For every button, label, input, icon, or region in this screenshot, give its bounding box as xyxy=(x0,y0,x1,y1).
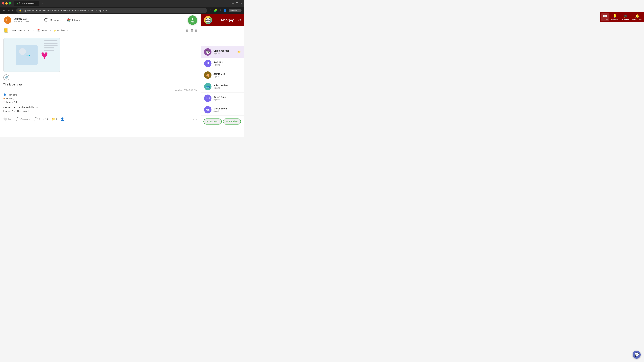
sidebar-student-john[interactable]: 🐟 John Louises 6 posts xyxy=(201,81,244,92)
list-view-icon[interactable]: ☰ xyxy=(191,29,193,32)
comment-count-button[interactable]: 💬 3 xyxy=(34,117,40,121)
class-name-label: Class Journal xyxy=(10,29,26,32)
comment-1-text: I've checked this out! xyxy=(17,106,38,109)
library-icon: 📚 xyxy=(66,18,71,22)
add-families-icon: ⊕ xyxy=(226,120,228,123)
tab-favicon: S xyxy=(16,2,18,5)
class-dropdown-icon: ▼ xyxy=(28,29,30,32)
reply-count-button[interactable]: ↩ 4 xyxy=(43,117,48,121)
class-avatar-emoji: 🐼 xyxy=(206,50,210,54)
comment-1-author: Lauren Deli xyxy=(3,106,17,109)
user-details: Lauren Deli Teacher - 1 Class xyxy=(14,17,29,23)
post-area: → ♥ 🔗 This is our class! March 4, 2024 5… xyxy=(0,35,200,124)
folder-icon: 📁 xyxy=(54,29,56,32)
folder-count-button[interactable]: 📁 2 xyxy=(51,117,57,121)
karen-posts: 5 posts xyxy=(214,98,241,101)
content-area: 📒 Class Journal ▼ ‹ 📅 Dates › 📁 Folders … xyxy=(0,26,200,137)
bookmark-icon[interactable]: ☆ xyxy=(209,9,212,12)
class-journal-info: Class Journal 9 posts xyxy=(214,49,237,54)
main-content: 📒 Class Journal ▼ ‹ 📅 Dates › 📁 Folders … xyxy=(0,26,244,137)
header-nav: 💬 Messages 📚 Library xyxy=(44,18,80,22)
browser-window-controls xyxy=(2,2,11,4)
dates-button[interactable]: 📅 Dates xyxy=(37,29,47,32)
reload-button[interactable]: ↻ xyxy=(12,9,14,12)
active-tab[interactable]: S Journal - Seesaw ✕ xyxy=(14,1,40,6)
add-plus-icon: + xyxy=(192,17,194,21)
like-button[interactable]: 🤍 Like xyxy=(3,117,12,121)
jamie-name: Jamie Cris xyxy=(214,72,241,75)
library-label: Library xyxy=(72,18,80,21)
restore-icon[interactable]: ❐ xyxy=(236,2,238,5)
extensions-icon[interactable]: 🧩 xyxy=(214,9,217,12)
class-selector[interactable]: 📒 Class Journal ▼ xyxy=(3,28,30,33)
sidebar-class-journal[interactable]: 🐼 Class Journal 9 posts 📁 xyxy=(201,46,244,58)
post-tags: 👤 Highlights ■ Drawing ♥ Lauren Deli xyxy=(3,93,197,103)
minimize-icon[interactable]: — xyxy=(232,2,234,5)
comment-1: Lauren Deli I've checked this out! xyxy=(3,106,197,109)
url-bar[interactable]: 🔒 app.seesaw.me/#/class/class.e01bf4c2-9… xyxy=(16,8,207,13)
add-students-button[interactable]: ⊕ Students xyxy=(204,118,222,124)
moodjoy-title: Moodjoy xyxy=(221,18,234,22)
close-icon[interactable]: ✕ xyxy=(240,2,242,5)
comment-icon: 💬 xyxy=(16,117,20,121)
moodjoy-logo: 🐼 xyxy=(204,16,212,24)
forward-button[interactable]: → xyxy=(8,9,10,12)
dates-label: Dates xyxy=(41,29,47,32)
library-nav[interactable]: 📚 Library xyxy=(66,18,80,22)
folders-button[interactable]: 📁 Folders ▼ xyxy=(54,29,68,32)
mordi-avatar: MS xyxy=(204,106,212,113)
tab-close-icon[interactable]: ✕ xyxy=(36,2,37,4)
window-minimize-btn[interactable] xyxy=(5,2,8,4)
link-icon[interactable]: 🔗 xyxy=(3,74,10,80)
class-journal-folder-icon[interactable]: 📁 xyxy=(237,50,241,54)
more-options-button[interactable]: ••• xyxy=(193,117,197,121)
drawing-icon: ■ xyxy=(3,97,5,100)
content-toolbar: 📒 Class Journal ▼ ‹ 📅 Dates › 📁 Folders … xyxy=(0,26,200,35)
john-posts: 6 posts xyxy=(214,87,241,89)
sidebar-student-karen[interactable]: KD Karen Dale 5 posts xyxy=(201,92,244,104)
messages-nav[interactable]: 💬 Messages xyxy=(44,18,61,22)
comments-section: Lauren Deli I've checked this out! Laure… xyxy=(3,106,197,112)
sidebar-student-jamie[interactable]: 🐴 Jamie Cris 1 post xyxy=(201,69,244,81)
comment-label: Comment xyxy=(20,118,31,120)
comment-button[interactable]: 💬 Comment xyxy=(16,117,31,121)
families-label: Families xyxy=(229,120,238,123)
profile-icon[interactable]: 👤 xyxy=(223,9,226,12)
sidebar-student-mordi[interactable]: MS Mordi Seem 5 posts xyxy=(201,104,244,116)
window-close-btn[interactable] xyxy=(2,2,4,4)
comment-2: Lauren Deli This is cool. xyxy=(3,110,197,112)
post-actions: 🤍 Like 💬 Comment 💬 3 ↩ 4 📁 2 xyxy=(3,115,197,121)
class-journal-avatar: 🐼 xyxy=(204,48,212,56)
incognito-badge[interactable]: Incognito (2) xyxy=(228,9,242,12)
messages-label: Messages xyxy=(50,18,61,21)
window-maximize-btn[interactable] xyxy=(9,2,11,4)
mordi-info: Mordi Seem 5 posts xyxy=(214,107,241,112)
folder-count: 2 xyxy=(56,118,57,120)
lock-icon: 🔒 xyxy=(19,9,22,11)
add-label: Add xyxy=(191,21,194,23)
new-tab-button[interactable]: + xyxy=(40,1,44,5)
comment-count-icon: 💬 xyxy=(34,117,38,121)
sidebar-footer: ⊕ Students ⊕ Families xyxy=(201,116,244,127)
heart-tag-icon: ♥ xyxy=(3,101,5,103)
filter-icon[interactable]: ⊞ xyxy=(186,29,188,32)
gear-icon[interactable]: ⚙ xyxy=(238,18,242,22)
class-journal-name: Class Journal xyxy=(214,49,237,52)
students-label: Students xyxy=(210,120,219,123)
assign-icon: 👤 xyxy=(60,117,64,121)
arrow-icon: → xyxy=(25,51,31,58)
sidebar-student-jack[interactable]: JP Jack Pot 7 posts xyxy=(201,58,244,69)
user-info: LD Lauren Deli Teacher - 1 Class xyxy=(4,16,38,24)
add-button[interactable]: + Add xyxy=(188,15,197,25)
prev-nav-button[interactable]: ‹ xyxy=(32,28,34,33)
back-button[interactable]: ← xyxy=(3,9,5,12)
user-name: Lauren Deli xyxy=(14,17,29,20)
grid-view-icon[interactable]: ⊞ xyxy=(195,29,197,32)
assign-button[interactable]: 👤 xyxy=(60,117,64,121)
comment-2-author: Lauren Deli xyxy=(3,110,17,112)
user-avatar: LD xyxy=(4,16,12,24)
add-families-button[interactable]: ⊕ Families xyxy=(223,118,241,124)
john-info: John Louises 6 posts xyxy=(214,84,241,89)
post-text: This is our class! xyxy=(3,83,197,86)
download-icon[interactable]: ⬇ xyxy=(219,9,221,12)
